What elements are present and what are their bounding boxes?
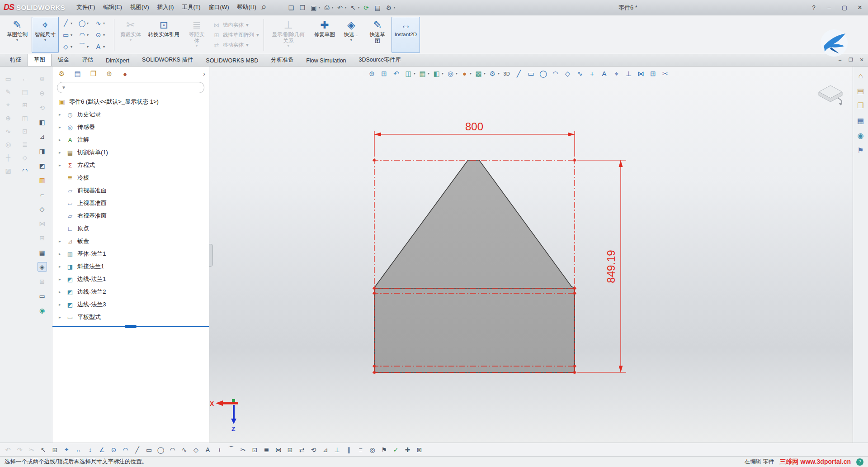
rectangle-tool-icon[interactable]: ▭ xyxy=(61,30,71,40)
maximize-button[interactable]: ▢ xyxy=(841,0,848,15)
convert-entities-icon[interactable]: ⊡ xyxy=(250,445,259,454)
tab-solidworks-addins[interactable]: SOLIDWORKS 插件 xyxy=(136,54,199,66)
dropdown-arrow-icon[interactable]: ▾ xyxy=(71,45,72,49)
dropdown-arrow-icon[interactable]: ▾ xyxy=(71,21,72,25)
rectangle-tool-icon[interactable]: ▭ xyxy=(144,445,154,454)
design-library-icon[interactable]: ▤ xyxy=(856,86,865,95)
tree-item[interactable]: ▱前视基准面 xyxy=(52,184,209,197)
coincident-relation-icon[interactable]: ≡ xyxy=(356,445,365,454)
tab-solidworks-mbd[interactable]: SOLIDWORKS MBD xyxy=(199,55,264,66)
propertymanager-tab-icon[interactable]: ▤ xyxy=(73,69,82,79)
flat-pattern-shape[interactable] xyxy=(374,160,575,372)
hide-show-items-icon[interactable]: ◎ xyxy=(445,68,456,79)
circle-tool-icon[interactable]: ◯ xyxy=(156,445,165,454)
expand-arrow-icon[interactable]: ▸ xyxy=(59,252,66,256)
angle-dimension-icon[interactable]: ∠ xyxy=(97,445,107,454)
revolve-icon[interactable]: ⟲ xyxy=(38,103,47,112)
expand-arrow-icon[interactable]: ▸ xyxy=(59,112,66,117)
view-orientation-icon[interactable]: ▦ xyxy=(417,68,428,79)
pattern-tool-icon[interactable]: ⊞ xyxy=(20,100,30,110)
base-flange-tool-icon[interactable]: ◨ xyxy=(38,146,47,156)
height-dimension-value[interactable]: 849.19 xyxy=(605,250,617,283)
menu-view[interactable]: 视图(V) xyxy=(126,0,153,15)
edit-appearance-icon[interactable]: ● xyxy=(459,68,470,79)
sketch-dimension-icon[interactable]: ⌖ xyxy=(611,68,622,79)
polygon-tool-icon[interactable]: ◇ xyxy=(61,42,71,52)
dropdown-arrow-icon[interactable]: ▾ xyxy=(196,44,198,48)
zoom-fit-icon[interactable]: ⊕ xyxy=(367,68,377,79)
tab-sheet-metal[interactable]: 钣金 xyxy=(52,54,75,66)
radius-dimension-icon[interactable]: ◠ xyxy=(121,445,130,454)
geometric-tolerance-icon[interactable]: ⌖ xyxy=(4,100,13,110)
weld-symbol-icon[interactable]: ∿ xyxy=(4,126,13,136)
menu-window[interactable]: 窗口(W) xyxy=(204,0,233,15)
linear-pattern-feature-icon[interactable]: ⊞ xyxy=(38,233,47,243)
width-dimension[interactable] xyxy=(374,131,575,157)
sketch-canvas[interactable]: 800 849.19 X Z xyxy=(209,67,853,443)
sketch-spline-icon[interactable]: ∿ xyxy=(575,68,585,79)
circle-tool-icon[interactable]: ◯ xyxy=(77,19,87,28)
smart-dimension-button[interactable]: ⌖ 智能尺寸 ▾ xyxy=(32,17,59,53)
fillet-feature-icon[interactable]: ◧ xyxy=(38,117,47,127)
section-tool-icon[interactable]: ◫ xyxy=(20,113,30,123)
dropdown-arrow-icon[interactable]: ▾ xyxy=(246,22,249,28)
tab-sketch[interactable]: 草图 xyxy=(28,54,52,66)
sketch-mirror-icon[interactable]: ⋈ xyxy=(636,68,646,79)
dropdown-arrow-icon[interactable]: ▾ xyxy=(470,71,472,76)
flatten-tool-icon[interactable]: ▭ xyxy=(38,291,47,300)
tree-item[interactable]: ▸◩边线-法兰3 xyxy=(52,298,209,311)
note-tool-icon[interactable]: ▭ xyxy=(4,74,13,83)
save-icon[interactable]: ▣ xyxy=(309,3,318,12)
configurationmanager-tab-icon[interactable]: ❐ xyxy=(89,69,98,79)
extruded-cut-icon[interactable]: ⊖ xyxy=(38,88,47,98)
open-document-icon[interactable]: ❐ xyxy=(297,3,307,12)
mirror-entities-button[interactable]: ⋈ 镜向实体 ▾ xyxy=(212,21,259,29)
dropdown-arrow-icon[interactable]: ▾ xyxy=(331,5,333,10)
menu-tools[interactable]: 工具(T) xyxy=(178,0,204,15)
datum-feature-icon[interactable]: ⊕ xyxy=(4,113,13,123)
select-arrow-icon[interactable]: ↖ xyxy=(38,445,48,454)
sketch-circle-icon[interactable]: ◯ xyxy=(538,68,548,79)
dropdown-arrow-icon[interactable]: ▾ xyxy=(87,33,89,37)
sketch-point-icon[interactable]: + xyxy=(587,68,597,79)
concentric-relation-icon[interactable]: ◎ xyxy=(368,445,377,454)
expand-arrow-icon[interactable]: ▸ xyxy=(59,125,66,129)
arc-dock-icon[interactable]: ◠ xyxy=(20,166,30,175)
fillet-tool-icon[interactable]: ⌒ xyxy=(77,42,87,52)
menu-edit[interactable]: 编辑(E) xyxy=(99,0,126,15)
dropdown-arrow-icon[interactable]: ▾ xyxy=(71,33,72,37)
file-properties-icon[interactable]: ▤ xyxy=(373,3,382,12)
ellipse-tool-icon[interactable]: ⊙ xyxy=(94,30,103,40)
expand-arrow-icon[interactable]: ▸ xyxy=(59,264,66,269)
offset-entities-icon[interactable]: ≣ xyxy=(262,445,271,454)
file-explorer-icon[interactable]: ❒ xyxy=(856,101,865,110)
chamfer-tool-icon[interactable]: ⊿ xyxy=(321,445,330,454)
expand-arrow-icon[interactable]: ▸ xyxy=(59,277,66,281)
new-document-icon[interactable]: ❏ xyxy=(286,3,296,12)
text-tool-icon[interactable]: A xyxy=(203,445,212,454)
dropdown-arrow-icon[interactable]: ▾ xyxy=(318,5,320,10)
tree-item[interactable]: ▸◩边线-法兰1 xyxy=(52,273,209,286)
dropdown-arrow-icon[interactable]: ▾ xyxy=(288,44,289,48)
surface-finish-icon[interactable]: ✎ xyxy=(4,87,13,96)
fully-define-sketch-icon[interactable]: ✓ xyxy=(391,445,401,454)
repair-sketch-icon[interactable]: ✚ xyxy=(403,445,412,454)
dropdown-arrow-icon[interactable]: ▾ xyxy=(350,38,352,42)
zoom-area-icon[interactable]: ⊞ xyxy=(379,68,389,79)
print-icon[interactable]: ⎙ xyxy=(322,3,331,12)
tab-analysis-prep[interactable]: 分析准备 xyxy=(264,54,300,66)
convert-tool-icon[interactable]: ⊡ xyxy=(20,126,30,136)
sketch-line-icon[interactable]: ╱ xyxy=(514,68,524,79)
tree-item[interactable]: ▱上视基准面 xyxy=(52,197,209,210)
extruded-boss-icon[interactable]: ⊕ xyxy=(38,74,47,83)
tree-item[interactable]: ▸▭平板型式 xyxy=(52,311,209,324)
balloon-icon[interactable]: ◎ xyxy=(4,139,13,149)
tree-item[interactable]: ▸⊿钣金 xyxy=(52,235,209,248)
options-icon[interactable]: ⚙ xyxy=(384,3,394,12)
diameter-dimension-icon[interactable]: ⊙ xyxy=(109,445,118,454)
dropdown-arrow-icon[interactable]: ▾ xyxy=(44,38,46,42)
tab-dimxpert[interactable]: DimXpert xyxy=(99,55,136,66)
dropdown-arrow-icon[interactable]: ▾ xyxy=(256,32,259,38)
dropdown-arrow-icon[interactable]: ▾ xyxy=(103,45,105,49)
convert-entities-button[interactable]: ⊡ 转换实体引用 xyxy=(145,17,183,53)
